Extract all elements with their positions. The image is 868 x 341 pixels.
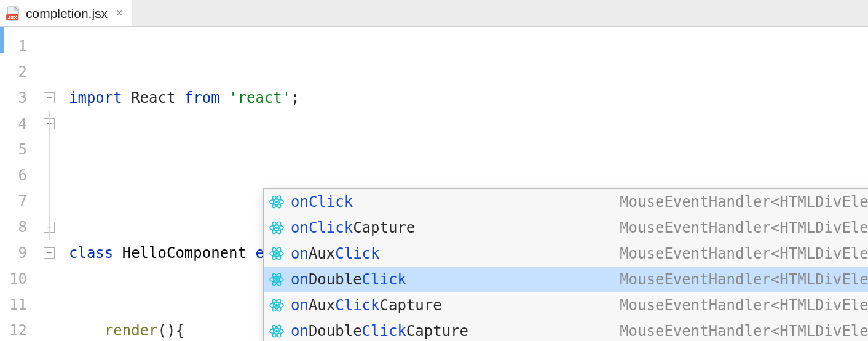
- class-name: HelloComponent: [122, 244, 247, 262]
- line-number: 4: [0, 111, 37, 137]
- line-number: 1: [0, 33, 37, 59]
- completion-item[interactable]: onDoubleClickCaptureMouseEventHandler<HT…: [264, 318, 868, 341]
- editor-pane: 1 2 3 4 5 6 7 8 9 10 11 12 − − − − impor…: [0, 27, 868, 341]
- react-icon: [269, 297, 285, 313]
- svg-point-18: [275, 278, 278, 281]
- completion-item[interactable]: onDoubleClickMouseEventHandler<HTMLDivEl…: [264, 267, 868, 292]
- line-number: 10: [0, 266, 37, 292]
- completion-label: onClick: [291, 193, 353, 211]
- method-render: render: [105, 322, 158, 339]
- completion-popup: onClickMouseEventHandler<HTMLDivElement>…: [263, 188, 868, 341]
- completion-item[interactable]: onAuxClickMouseEventHandler<HTMLDivEleme…: [264, 241, 868, 267]
- fold-toggle-icon[interactable]: −: [44, 247, 55, 259]
- line-number-gutter: 1 2 3 4 5 6 7 8 9 10 11 12: [0, 27, 37, 341]
- react-icon: [269, 271, 285, 287]
- svg-point-14: [275, 252, 278, 255]
- kw-class: class: [69, 244, 113, 262]
- svg-point-6: [275, 201, 278, 203]
- code-line: import React from 'react';: [61, 85, 868, 111]
- line-number: 8: [0, 214, 37, 240]
- react-icon: [269, 220, 285, 236]
- editor-left-accent: [0, 27, 4, 53]
- completion-type: MouseEventHandler<HTMLDivElement>: [620, 297, 868, 314]
- jsx-file-icon: JSX: [6, 6, 22, 22]
- fold-toggle-icon[interactable]: −: [44, 92, 55, 103]
- completion-label: onClickCapture: [291, 219, 415, 236]
- completion-label: onDoubleClickCapture: [291, 323, 468, 340]
- editor-tab-filename: completion.jsx: [26, 6, 108, 21]
- svg-point-26: [275, 330, 278, 332]
- react-icon: [269, 323, 285, 339]
- react-icon: [269, 194, 285, 210]
- line-number: 12: [0, 318, 37, 341]
- completion-item[interactable]: onClickMouseEventHandler<HTMLDivElement>: [264, 189, 868, 215]
- editor-tab[interactable]: JSX completion.jsx ×: [0, 0, 132, 26]
- completion-type: MouseEventHandler<HTMLDivElement>: [620, 245, 868, 262]
- completion-label: onAuxClick: [291, 245, 380, 262]
- line-number: 6: [0, 162, 37, 188]
- line-number: 9: [0, 240, 37, 266]
- punct-semi: ;: [291, 89, 299, 106]
- line-number: 7: [0, 188, 37, 214]
- code-area[interactable]: import React from 'react'; class HelloCo…: [61, 27, 868, 341]
- line-number: 11: [0, 292, 37, 318]
- completion-type: MouseEventHandler<HTMLDivElement>: [620, 219, 868, 236]
- line-number: 2: [0, 59, 37, 85]
- fold-gutter: − − − −: [37, 27, 61, 341]
- svg-point-10: [275, 227, 278, 229]
- kw-from: from: [184, 89, 220, 106]
- code-line: [61, 162, 868, 188]
- completion-label: onDoubleClick: [291, 271, 406, 288]
- line-number: 5: [0, 137, 37, 162]
- completion-type: MouseEventHandler<HTMLDivElement>: [620, 323, 868, 340]
- completion-label: onAuxClickCapture: [291, 297, 442, 314]
- completion-item[interactable]: onClickCaptureMouseEventHandler<HTMLDivE…: [264, 215, 868, 241]
- completion-type: MouseEventHandler<HTMLDivElement>: [620, 271, 868, 288]
- ident-react: React: [131, 89, 175, 106]
- react-icon: [269, 246, 285, 262]
- close-tab-icon[interactable]: ×: [116, 7, 123, 20]
- kw-import: import: [69, 89, 122, 106]
- punct-parens: (){: [158, 322, 184, 339]
- string-react: 'react': [229, 89, 291, 106]
- line-number: 3: [0, 85, 37, 111]
- svg-text:JSX: JSX: [7, 15, 17, 20]
- editor-tab-bar: JSX completion.jsx ×: [0, 0, 868, 27]
- svg-point-22: [275, 304, 278, 307]
- completion-item[interactable]: onAuxClickCaptureMouseEventHandler<HTMLD…: [264, 292, 868, 318]
- completion-type: MouseEventHandler<HTMLDivElement>: [620, 193, 868, 211]
